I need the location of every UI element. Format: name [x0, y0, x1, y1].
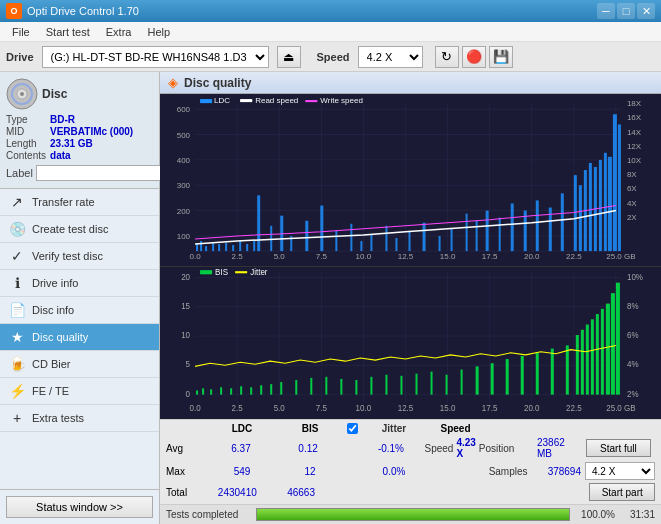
svg-rect-58 — [257, 195, 260, 251]
drive-select[interactable]: (G:) HL-DT-ST BD-RE WH16NS48 1.D3 — [42, 46, 269, 68]
svg-text:10.0: 10.0 — [356, 405, 372, 414]
sidebar-item-create-test-disc[interactable]: 💿 Create test disc — [0, 216, 159, 243]
sidebar-item-drive-info[interactable]: ℹ Drive info — [0, 270, 159, 297]
sidebar-item-extra-tests[interactable]: + Extra tests — [0, 405, 159, 432]
sidebar-item-transfer-rate[interactable]: ↗ Transfer rate — [0, 189, 159, 216]
disc-quality-icon: ★ — [8, 329, 26, 345]
svg-rect-174 — [616, 283, 620, 395]
menu-help[interactable]: Help — [139, 24, 178, 40]
status-window-button[interactable]: Status window >> — [6, 496, 153, 518]
sidebar-item-disc-quality[interactable]: ★ Disc quality — [0, 324, 159, 351]
svg-text:Read speed: Read speed — [255, 96, 298, 105]
svg-text:500: 500 — [177, 131, 191, 140]
speed-select[interactable]: 4.2 X — [358, 46, 423, 68]
samples-value: 378694 — [548, 466, 581, 477]
maximize-button[interactable]: □ — [617, 3, 635, 19]
svg-rect-162 — [521, 356, 524, 395]
close-button[interactable]: ✕ — [637, 3, 655, 19]
svg-text:300: 300 — [177, 181, 191, 190]
svg-text:BIS: BIS — [215, 269, 228, 278]
svg-text:LDC: LDC — [214, 96, 230, 105]
svg-rect-69 — [395, 238, 397, 251]
drive-label: Drive — [6, 51, 34, 63]
svg-rect-150 — [340, 379, 342, 395]
svg-text:10: 10 — [181, 331, 190, 340]
refresh-button[interactable]: ↻ — [435, 46, 459, 68]
position-value: 23862 MB — [537, 437, 582, 459]
svg-rect-77 — [499, 218, 501, 251]
svg-text:5.0: 5.0 — [274, 252, 286, 261]
svg-rect-166 — [576, 335, 579, 395]
total-label: Total — [166, 487, 205, 498]
disc-icon — [6, 78, 38, 110]
svg-rect-149 — [325, 377, 327, 395]
start-part-button[interactable]: Start part — [589, 483, 655, 501]
svg-text:22.5: 22.5 — [566, 252, 582, 261]
svg-rect-146 — [280, 382, 282, 395]
minimize-button[interactable]: ─ — [597, 3, 615, 19]
create-disc-label: Create test disc — [32, 223, 108, 235]
svg-rect-70 — [408, 231, 410, 251]
svg-text:17.5: 17.5 — [482, 405, 498, 414]
sidebar-item-cd-bier[interactable]: 🍺 CD Bier — [0, 351, 159, 378]
avg-label: Avg — [166, 443, 207, 454]
contents-value: data — [50, 150, 153, 161]
sidebar-item-disc-info[interactable]: 📄 Disc info — [0, 297, 159, 324]
titlebar: O Opti Drive Control 1.70 ─ □ ✕ — [0, 0, 661, 22]
menu-file[interactable]: File — [4, 24, 38, 40]
cd-bier-icon: 🍺 — [8, 356, 26, 372]
svg-text:10.0: 10.0 — [356, 252, 372, 261]
settings-button[interactable]: 💾 — [489, 46, 513, 68]
speed-label-stat: Speed — [425, 443, 454, 454]
svg-rect-161 — [506, 359, 509, 395]
svg-text:12X: 12X — [627, 142, 642, 151]
max-jitter: 0.0% — [360, 466, 428, 477]
menu-extra[interactable]: Extra — [98, 24, 140, 40]
svg-rect-170 — [596, 314, 599, 395]
sidebar-item-verify-test-disc[interactable]: ✓ Verify test disc — [0, 243, 159, 270]
svg-text:20: 20 — [181, 273, 190, 282]
speed-col-header: Speed — [428, 423, 483, 434]
sidebar-item-fe-te[interactable]: ⚡ FE / TE — [0, 378, 159, 405]
cd-bier-label: CD Bier — [32, 358, 71, 370]
svg-text:8%: 8% — [627, 302, 639, 311]
svg-rect-151 — [355, 380, 357, 395]
position-label: Position — [479, 443, 533, 454]
extra-tests-label: Extra tests — [32, 412, 84, 424]
svg-text:25.0 GB: 25.0 GB — [606, 405, 636, 414]
svg-rect-154 — [400, 376, 402, 395]
svg-text:10X: 10X — [627, 156, 642, 165]
contents-label: Contents — [6, 150, 46, 161]
menu-start-test[interactable]: Start test — [38, 24, 98, 40]
disc-info-label: Disc info — [32, 304, 74, 316]
eject-button[interactable]: ⏏ — [277, 46, 301, 68]
progress-label: Tests completed — [166, 509, 251, 520]
panel-header-icon: ◈ — [168, 75, 178, 90]
status-bar: Status window >> — [0, 489, 159, 524]
type-label: Type — [6, 114, 46, 125]
start-full-button[interactable]: Start full — [586, 439, 651, 457]
svg-text:20.0: 20.0 — [524, 252, 540, 261]
svg-text:2%: 2% — [627, 390, 639, 399]
svg-rect-54 — [232, 245, 234, 251]
speed-combo[interactable]: 4.2 X — [585, 462, 655, 480]
svg-rect-171 — [601, 309, 604, 395]
jitter-checkbox[interactable] — [347, 423, 358, 434]
length-value: 23.31 GB — [50, 138, 153, 149]
mid-label: MID — [6, 126, 46, 137]
svg-point-2 — [20, 92, 24, 96]
svg-text:0.0: 0.0 — [189, 405, 201, 414]
fe-te-icon: ⚡ — [8, 383, 26, 399]
avg-bis: 0.12 — [275, 443, 342, 454]
info-button[interactable]: 🔴 — [462, 46, 486, 68]
svg-rect-139 — [210, 390, 212, 395]
svg-rect-165 — [566, 346, 569, 395]
svg-rect-73 — [451, 228, 453, 251]
svg-rect-88 — [599, 160, 602, 251]
svg-text:16X: 16X — [627, 113, 642, 122]
label-input[interactable] — [36, 165, 169, 181]
titlebar-left: O Opti Drive Control 1.70 — [6, 3, 139, 19]
svg-text:2.5: 2.5 — [232, 405, 244, 414]
max-label: Max — [166, 466, 208, 477]
drive-actions: ↻ 🔴 💾 — [435, 46, 513, 68]
